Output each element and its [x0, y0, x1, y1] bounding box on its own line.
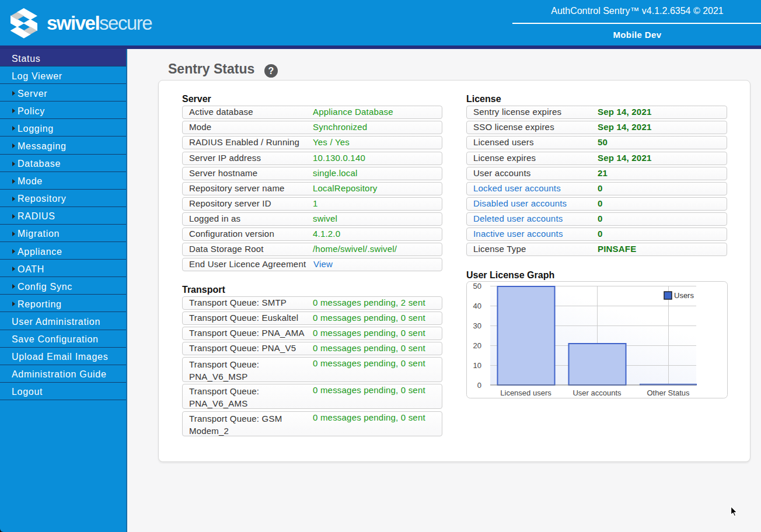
svg-text:50: 50 [473, 282, 481, 290]
svg-text:10: 10 [473, 361, 481, 370]
svg-text:40: 40 [473, 302, 481, 310]
svg-text:20: 20 [473, 341, 481, 350]
svg-text:Other Status: Other Status [647, 388, 690, 397]
svg-text:Users: Users [674, 291, 694, 300]
svg-text:Licensed users: Licensed users [500, 388, 551, 397]
svg-text:0: 0 [477, 381, 481, 390]
svg-text:30: 30 [473, 321, 481, 330]
svg-text:User accounts: User accounts [573, 388, 622, 397]
